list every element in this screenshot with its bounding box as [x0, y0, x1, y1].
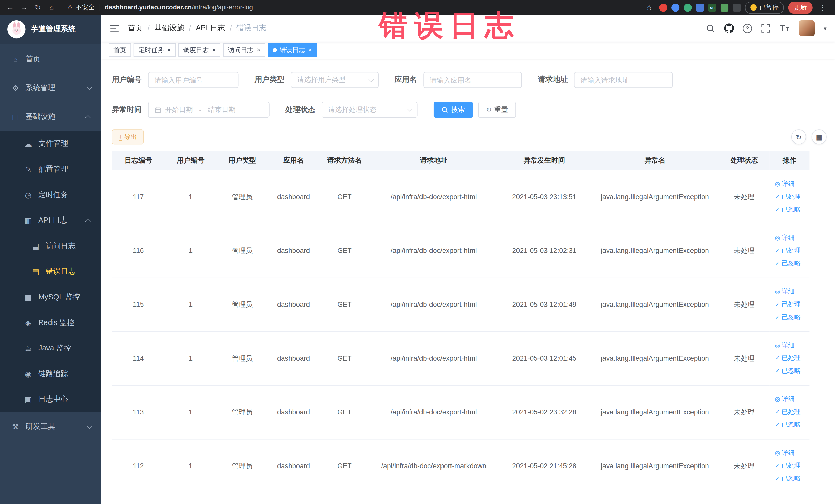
- address-bar[interactable]: ⚠ 不安全 dashboard.yudao.iocoder.cn/infra/l…: [67, 3, 253, 12]
- tab-access-log[interactable]: 访问日志×: [223, 43, 265, 57]
- breadcrumb-item[interactable]: 首页: [128, 23, 143, 33]
- row-action-ignored[interactable]: ✓已忽略: [775, 366, 807, 375]
- fullscreen-icon[interactable]: [761, 24, 770, 33]
- browser-forward-button[interactable]: →: [18, 2, 30, 13]
- sidebar-item-access-log[interactable]: ▤访问日志: [0, 234, 101, 259]
- sidebar-item-redis-monitor[interactable]: ◈Redis 监控: [0, 310, 101, 336]
- row-action-processed[interactable]: ✓已处理: [775, 246, 807, 255]
- table-cell: GET: [319, 385, 370, 439]
- browser-back-button[interactable]: ←: [4, 2, 16, 13]
- close-icon[interactable]: ×: [257, 47, 261, 54]
- chevron-down-icon[interactable]: ▾: [824, 25, 826, 31]
- row-action-ignored[interactable]: ✓已忽略: [775, 205, 807, 214]
- action-label: 已忽略: [781, 259, 801, 268]
- row-action-processed[interactable]: ✓已处理: [775, 300, 807, 309]
- reset-button[interactable]: ↻ 重置: [478, 102, 516, 118]
- close-icon[interactable]: ×: [167, 47, 171, 54]
- row-action-detail[interactable]: ◎详细: [775, 287, 807, 296]
- extension-icon-7[interactable]: [733, 3, 741, 11]
- row-action-ignored[interactable]: ✓已忽略: [775, 474, 807, 483]
- app-name-input[interactable]: [423, 72, 522, 88]
- sidebar-item-api-log[interactable]: ▥API 日志: [0, 208, 101, 234]
- refresh-button[interactable]: ↻: [791, 129, 806, 144]
- sidebar-item-config-manage[interactable]: ✎配置管理: [0, 157, 101, 182]
- tab-error-log[interactable]: 错误日志×: [268, 43, 317, 57]
- filter-group-process-status: 处理状态 请选择处理状态: [285, 102, 418, 118]
- sidebar-item-home[interactable]: ⌂首页: [0, 45, 101, 74]
- row-action-detail[interactable]: ◎详细: [775, 341, 807, 350]
- extension-icon-2[interactable]: [672, 3, 679, 11]
- user-id-input[interactable]: [148, 72, 239, 88]
- table-cell: /api/infra/db-doc/export-html: [370, 278, 497, 331]
- extension-icon-5[interactable]: on: [708, 3, 716, 11]
- table-row: 1141管理员dashboardGET/api/infra/db-doc/exp…: [112, 331, 810, 385]
- sidebar-item-file-manage[interactable]: ☁文件管理: [0, 131, 101, 157]
- breadcrumb-item[interactable]: API 日志: [196, 23, 225, 33]
- browser-reload-button[interactable]: ↻: [32, 2, 44, 13]
- sidebar-item-mysql-monitor[interactable]: ▦MySQL 监控: [0, 284, 101, 310]
- row-action-detail[interactable]: ◎详细: [775, 234, 807, 242]
- detail-icon: ◎: [775, 235, 780, 241]
- github-icon[interactable]: [724, 23, 734, 33]
- table-cell: 管理员: [217, 385, 268, 439]
- row-action-detail[interactable]: ◎详细: [775, 448, 807, 458]
- sidebar-item-system-manage[interactable]: ⚙系统管理: [0, 74, 101, 102]
- tab-scheduled-job[interactable]: 定时任务×: [134, 43, 176, 57]
- tab-label: 访问日志: [228, 45, 253, 55]
- close-icon[interactable]: ×: [308, 47, 312, 54]
- sidebar-item-dev-tools[interactable]: ⚒研发工具: [0, 412, 101, 441]
- row-action-processed[interactable]: ✓已处理: [775, 354, 807, 363]
- request-url-input[interactable]: [574, 72, 673, 88]
- sidebar-item-infrastructure[interactable]: ▤基础设施: [0, 102, 101, 131]
- close-icon[interactable]: ×: [212, 47, 216, 54]
- sidebar-item-java-monitor[interactable]: ☕Java 监控: [0, 336, 101, 361]
- sidebar-toggle-button[interactable]: [101, 24, 128, 32]
- font-size-icon[interactable]: [779, 24, 790, 32]
- search-icon[interactable]: [706, 24, 715, 33]
- table-cell: dashboard: [268, 385, 319, 439]
- row-action-processed[interactable]: ✓已处理: [775, 192, 807, 201]
- column-settings-button[interactable]: ▦: [812, 129, 827, 144]
- row-action-processed[interactable]: ✓已处理: [775, 461, 807, 470]
- extension-icon-1[interactable]: [659, 3, 667, 11]
- row-action-processed[interactable]: ✓已处理: [775, 407, 807, 417]
- sidebar-item-trace[interactable]: ◉链路追踪: [0, 361, 101, 387]
- extension-icon-6[interactable]: [720, 3, 729, 11]
- row-actions: ◎详细✓已处理✓已忽略: [770, 170, 809, 224]
- extension-icon-3[interactable]: [684, 3, 692, 11]
- browser-home-button[interactable]: ⌂: [46, 2, 58, 13]
- sidebar-item-log-center[interactable]: ▣日志中心: [0, 387, 101, 412]
- row-action-detail[interactable]: ◎详细: [775, 180, 807, 188]
- emoji-face-icon: [750, 4, 757, 11]
- ignored-icon: ✓: [775, 206, 780, 213]
- user-avatar[interactable]: [799, 20, 815, 36]
- tab-job-log[interactable]: 调度日志×: [178, 43, 221, 57]
- action-label: 已处理: [781, 300, 801, 309]
- browser-menu-button[interactable]: ⋮: [817, 2, 829, 13]
- end-date-placeholder: 结束日期: [208, 105, 236, 115]
- search-button[interactable]: 搜索: [433, 102, 473, 118]
- sidebar-item-scheduled-job[interactable]: ◷定时任务: [0, 182, 101, 208]
- row-action-ignored[interactable]: ✓已忽略: [775, 420, 807, 429]
- row-action-ignored[interactable]: ✓已忽略: [775, 313, 807, 322]
- paused-badge[interactable]: 已暂停: [745, 1, 784, 14]
- row-action-detail[interactable]: ◎详细: [775, 395, 807, 404]
- breadcrumb-item[interactable]: 基础设施: [154, 23, 184, 33]
- detail-icon: ◎: [775, 181, 780, 187]
- export-button[interactable]: ↓ 导出: [112, 129, 144, 144]
- help-icon[interactable]: ?: [743, 24, 752, 33]
- bookmark-star-icon[interactable]: ☆: [643, 2, 655, 13]
- row-action-ignored[interactable]: ✓已忽略: [775, 259, 807, 268]
- sidebar-item-error-log[interactable]: ▤错误日志: [0, 259, 101, 284]
- infrastructure-icon: ▤: [11, 113, 20, 121]
- user-type-select[interactable]: 请选择用户类型: [291, 72, 379, 88]
- extension-icon-4[interactable]: [696, 3, 704, 11]
- url-text: dashboard.yudao.iocoder.cn/infra/log/api…: [105, 4, 253, 11]
- eye-icon: ◉: [23, 370, 33, 378]
- tab-home[interactable]: 首页: [108, 43, 131, 57]
- exception-time-range-picker[interactable]: 开始日期 - 结束日期: [148, 102, 269, 118]
- update-button[interactable]: 更新: [788, 1, 812, 14]
- sidebar-item-label: Redis 监控: [38, 318, 74, 328]
- process-status-select[interactable]: 请选择处理状态: [322, 102, 418, 118]
- table-cell: GET: [319, 278, 370, 331]
